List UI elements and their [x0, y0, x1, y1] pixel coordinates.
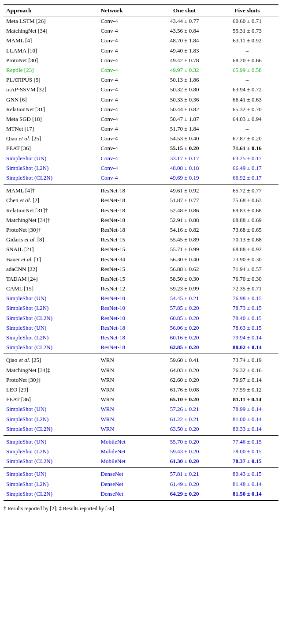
cell-approach: SimpleShot (UN)	[4, 154, 98, 163]
table-row: SimpleShot (L2N)Conv-448.08 ± 0.1866.49 …	[4, 163, 278, 173]
cell-one-shot: 50.44 ± 0.82	[153, 105, 216, 114]
cell-network: Conv-4	[98, 95, 153, 105]
cell-one-shot: 55.45 ± 0.89	[153, 235, 216, 245]
cell-network: ResNet-15	[98, 235, 153, 245]
table-row: Reptile [23]Conv-449.97 ± 0.3265.99 ± 0.…	[4, 65, 278, 75]
cell-five-shot: 64.03 ± 0.94	[216, 114, 278, 124]
cell-one-shot: 62.85 ± 0.20	[153, 343, 216, 354]
table-row: Gidaris et al. [8]ResNet-1555.45 ± 0.897…	[4, 235, 278, 245]
cell-one-shot: 55.15 ± 0.20	[153, 143, 216, 153]
cell-approach: LEO [29]	[4, 385, 98, 395]
table-row: SimpleShot (L2N)ResNet-1057.85 ± 0.2078.…	[4, 303, 278, 313]
table-row: Bauer et al. [1]ResNet-3456.30 ± 0.4073.…	[4, 255, 278, 264]
cell-five-shot: –	[216, 46, 278, 56]
cell-approach: ProtoNet [30]†	[4, 225, 98, 235]
table-row: FEAT [36]WRN65.10 ± 0.2081.11 ± 0.14	[4, 395, 278, 404]
cell-network: ResNet-18	[98, 225, 153, 235]
cell-network: Conv-4	[98, 154, 153, 163]
cell-network: WRN	[98, 375, 153, 385]
cell-approach: LLAMA [10]	[4, 46, 98, 56]
cell-network: MobileNet	[98, 447, 153, 456]
table-row: mAP-SSVM [32]Conv-450.32 ± 0.8063.94 ± 0…	[4, 85, 278, 94]
table-row: LLAMA [10]Conv-449.40 ± 1.83–	[4, 46, 278, 56]
cell-one-shot: 49.97 ± 0.32	[153, 65, 216, 75]
cell-one-shot: 54.45 ± 0.21	[153, 294, 216, 303]
cell-five-shot: 78.99 ± 0.14	[216, 404, 278, 414]
footnote-section: † Results reported by [2]; ‡ Results rep…	[4, 505, 278, 512]
table-row: SimpleShot (L2N)WRN61.22 ± 0.2181.00 ± 0…	[4, 414, 278, 424]
cell-network: Conv-4	[98, 65, 153, 75]
cell-approach: MatchingNet [34]	[4, 26, 98, 36]
table-row: PLATIPUS [5]Conv-450.13 ± 1.86–	[4, 75, 278, 85]
header-one-shot: One shot	[153, 5, 216, 16]
cell-approach: ProtoNet [30]	[4, 56, 98, 65]
cell-approach: FEAT [36]	[4, 143, 98, 153]
cell-approach: SimpleShot (UN)	[4, 323, 98, 333]
cell-one-shot: 54.16 ± 0.82	[153, 225, 216, 235]
cell-approach: SimpleShot (L2N)	[4, 333, 98, 343]
cell-five-shot: 65.32 ± 0.70	[216, 105, 278, 114]
cell-one-shot: 50.47 ± 1.87	[153, 114, 216, 124]
cell-approach: SimpleShot (L2N)	[4, 303, 98, 313]
table-row: adaCNN [22]ResNet-1556.88 ± 0.6271.94 ± …	[4, 264, 278, 274]
cell-approach: MatchingNet [34]‡	[4, 365, 98, 375]
cell-approach: RelationNet [31]†	[4, 206, 98, 215]
cell-one-shot: 61.76 ± 0.08	[153, 385, 216, 395]
cell-network: ResNet-18	[98, 333, 153, 343]
table-row: SimpleShot (CL2N)DenseNet64.29 ± 0.2081.…	[4, 489, 278, 501]
cell-approach: SimpleShot (UN)	[4, 435, 98, 447]
cell-one-shot: 64.03 ± 0.20	[153, 365, 216, 375]
cell-approach: Bauer et al. [1]	[4, 255, 98, 264]
cell-five-shot: 75.68 ± 0.63	[216, 196, 278, 205]
cell-one-shot: 50.32 ± 0.80	[153, 85, 216, 94]
table-row: ProtoNet [30]‡WRN62.60 ± 0.2079.97 ± 0.1…	[4, 375, 278, 385]
cell-five-shot: 68.20 ± 0.66	[216, 56, 278, 65]
cell-network: ResNet-15	[98, 274, 153, 284]
cell-five-shot: 76.70 ± 0.30	[216, 274, 278, 284]
cell-one-shot: 57.85 ± 0.20	[153, 303, 216, 313]
table-row: MatchingNet [34]†ResNet-1852.91 ± 0.8868…	[4, 215, 278, 225]
table-row: SimpleShot (UN)WRN57.26 ± 0.2178.99 ± 0.…	[4, 404, 278, 414]
table-row: MTNet [17]Conv-451.70 ± 1.84–	[4, 124, 278, 134]
cell-one-shot: 62.60 ± 0.20	[153, 375, 216, 385]
cell-one-shot: 65.10 ± 0.20	[153, 395, 216, 404]
cell-one-shot: 64.29 ± 0.20	[153, 489, 216, 501]
cell-approach: mAP-SSVM [32]	[4, 85, 98, 94]
cell-five-shot: –	[216, 75, 278, 85]
cell-approach: SimpleShot (L2N)	[4, 163, 98, 173]
cell-network: DenseNet	[98, 489, 153, 501]
cell-five-shot: –	[216, 124, 278, 134]
cell-approach: ProtoNet [30]‡	[4, 375, 98, 385]
cell-five-shot: 72.35 ± 0.71	[216, 284, 278, 294]
cell-one-shot: 49.61 ± 0.92	[153, 185, 216, 196]
cell-approach: CAML [15]	[4, 284, 98, 294]
cell-network: ResNet-10	[98, 294, 153, 303]
cell-one-shot: 50.13 ± 1.86	[153, 75, 216, 85]
cell-one-shot: 48.70 ± 1.84	[153, 36, 216, 45]
table-row: SimpleShot (L2N)ResNet-1860.16 ± 0.2079.…	[4, 333, 278, 343]
cell-five-shot: 79.97 ± 0.14	[216, 375, 278, 385]
table-row: ProtoNet [30]Conv-449.42 ± 0.7868.20 ± 0…	[4, 56, 278, 65]
cell-five-shot: 55.31 ± 0.73	[216, 26, 278, 36]
cell-five-shot: 66.41 ± 0.63	[216, 95, 278, 105]
cell-five-shot: 76.32 ± 0.16	[216, 365, 278, 375]
cell-approach: SimpleShot (UN)	[4, 294, 98, 303]
cell-five-shot: 65.99 ± 0.58	[216, 65, 278, 75]
cell-five-shot: 66.92 ± 0.17	[216, 173, 278, 185]
cell-one-shot: 49.69 ± 0.19	[153, 173, 216, 185]
table-row: SimpleShot (UN)MobileNet55.70 ± 0.2077.4…	[4, 435, 278, 447]
cell-network: Conv-4	[98, 173, 153, 185]
cell-approach: SimpleShot (L2N)	[4, 414, 98, 424]
cell-approach: SimpleShot (CL2N)	[4, 313, 98, 323]
cell-one-shot: 56.88 ± 0.62	[153, 264, 216, 274]
cell-five-shot: 78.37 ± 0.15	[216, 456, 278, 468]
cell-network: DenseNet	[98, 468, 153, 479]
cell-one-shot: 43.44 ± 0.77	[153, 16, 216, 26]
results-table: Approach Network One shot Five shots Met…	[4, 4, 278, 503]
cell-one-shot: 59.43 ± 0.20	[153, 447, 216, 456]
cell-one-shot: 52.48 ± 0.86	[153, 206, 216, 215]
cell-network: WRN	[98, 354, 153, 365]
cell-approach: SimpleShot (CL2N)	[4, 489, 98, 501]
cell-approach: TADAM [24]	[4, 274, 98, 284]
cell-network: DenseNet	[98, 479, 153, 489]
